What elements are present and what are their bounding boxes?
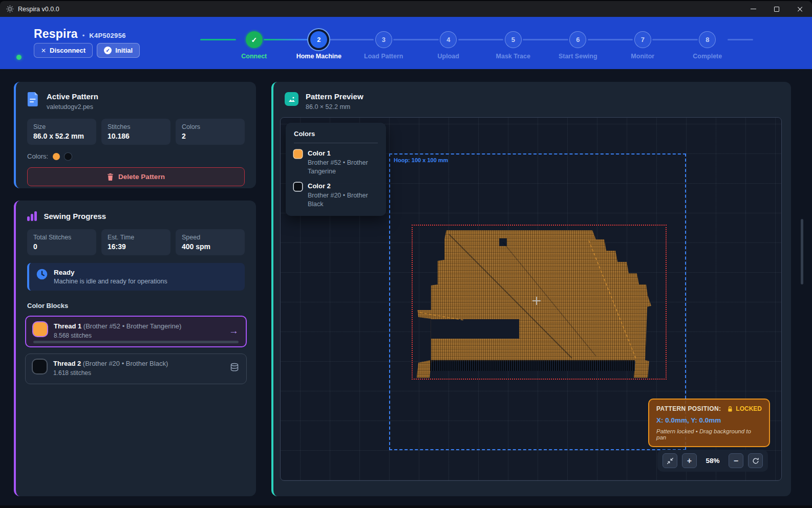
title-bar: Respira v0.0.0 <box>0 1 812 17</box>
step-4-circle: 4 <box>440 31 457 48</box>
thread-1-progress-bar <box>33 341 239 343</box>
stat-speed: Speed 400 spm <box>176 229 245 255</box>
preview-dimensions: 86.0 × 52.2 mm <box>306 103 364 111</box>
sewing-progress-title: Sewing Progress <box>44 212 106 220</box>
initial-button[interactable]: ✓ Initial <box>97 43 140 58</box>
fit-to-screen-button[interactable] <box>663 453 677 468</box>
pattern-position-overlay: PATTERN POSITION: LOCKED X: 0.0mm, Y: 0.… <box>648 399 770 447</box>
zoom-in-button[interactable]: + <box>682 453 697 468</box>
stack-icon <box>230 363 239 374</box>
refresh-icon <box>752 457 759 465</box>
step-load-pattern[interactable]: 3 Load Pattern <box>351 31 416 60</box>
minimize-button[interactable] <box>741 1 765 17</box>
preview-canvas[interactable]: Hoop: 100 x 100 mm Colors Color 1 <box>280 117 782 481</box>
stat-total-stitches: Total Stitches 0 <box>27 229 96 255</box>
step-monitor[interactable]: 7 Monitor <box>610 31 675 60</box>
zoom-level: 58% <box>701 457 724 465</box>
workflow-stepper: ✓ Connect 2 Home Machine 3 Load Pattern … <box>222 31 740 60</box>
clock-icon <box>36 269 48 280</box>
status-title: Ready <box>54 269 167 276</box>
close-button[interactable] <box>788 1 812 17</box>
thread-2-detail: (Brother #20 • Brother Black) <box>83 360 168 367</box>
step-1-check-icon: ✓ <box>246 31 263 48</box>
window-scrollbar[interactable] <box>801 219 803 284</box>
disconnect-button[interactable]: ✕ Disconnect <box>34 43 93 58</box>
image-icon <box>285 92 298 106</box>
pattern-notch-small <box>499 238 507 246</box>
arrow-right-icon: → <box>229 325 239 337</box>
step-upload[interactable]: 4 Upload <box>416 31 481 60</box>
app-icon <box>6 5 14 13</box>
minimize-icon <box>751 9 756 10</box>
window-title: Respira v0.0.0 <box>18 6 59 13</box>
black-thread-stitches <box>430 360 635 371</box>
brand-separator: • <box>82 32 85 39</box>
position-coordinates: X: 0.0mm, Y: 0.0mm <box>656 416 762 424</box>
step-3-label: Load Pattern <box>364 53 403 60</box>
step-7-label: Monitor <box>631 53 654 60</box>
step-connect[interactable]: ✓ Connect <box>222 31 287 60</box>
pattern-preview-card: Pattern Preview 86.0 × 52.2 mm Hoop: 100… <box>271 82 791 496</box>
thread-1-detail: (Brother #52 • Brother Tangerine) <box>83 322 181 330</box>
pattern-filename: valetudogv2.pes <box>47 103 98 111</box>
fit-icon <box>667 457 674 465</box>
step-2-label: Home Machine <box>296 53 341 60</box>
stat-est-time: Est. Time 16:39 <box>101 229 170 255</box>
step-complete[interactable]: 8 Complete <box>675 31 740 60</box>
canvas-center-cross <box>532 297 541 305</box>
thread-1-name: Thread 1 <box>54 322 81 330</box>
thread-2-stitches: 1.618 stitches <box>53 369 168 377</box>
active-pattern-card: Active Pattern valetudogv2.pes Size 86.0… <box>14 82 256 188</box>
main-content: Active Pattern valetudogv2.pes Size 86.0… <box>0 69 812 505</box>
color-dot-black <box>65 153 72 160</box>
stat-colors: Colors 2 <box>176 119 245 145</box>
legend-title: Colors <box>294 130 378 143</box>
step-home-machine[interactable]: 2 Home Machine <box>287 31 352 60</box>
step-3-circle: 3 <box>375 31 392 48</box>
legend-entry-2: Color 2 Brother #20 • Brother Black <box>294 182 378 209</box>
trash-icon <box>107 173 114 181</box>
initial-check-icon: ✓ <box>104 47 112 54</box>
active-pattern-title: Active Pattern <box>47 92 98 101</box>
maximize-button[interactable] <box>765 1 788 17</box>
step-1-label: Connect <box>241 53 267 60</box>
disconnect-x-icon: ✕ <box>41 47 46 54</box>
step-5-label: Mask Trace <box>496 53 530 60</box>
color-dot-orange <box>53 153 60 160</box>
delete-pattern-button[interactable]: Delete Pattern <box>27 167 245 186</box>
pattern-notch <box>431 319 519 339</box>
close-icon <box>797 6 803 12</box>
stat-stitches: Stitches 10.186 <box>101 119 170 145</box>
step-8-circle: 8 <box>699 31 716 48</box>
step-5-circle: 5 <box>505 31 522 48</box>
position-hint: Pattern locked • Drag background to pan <box>656 428 762 440</box>
color-blocks-label: Color Blocks <box>16 291 256 310</box>
app-header: Respira • K4P502956 ✕ Disconnect ✓ Initi… <box>0 17 812 69</box>
step-8-label: Complete <box>693 53 722 60</box>
thread-row-1[interactable]: Thread 1 (Brother #52 • Brother Tangerin… <box>25 316 247 347</box>
zoom-out-button[interactable]: − <box>729 453 743 468</box>
thread-row-2[interactable]: Thread 2 (Brother #20 • Brother Black) 1… <box>25 354 247 384</box>
sewing-progress-card: Sewing Progress Total Stitches 0 Est. Ti… <box>14 201 256 496</box>
legend-swatch-1 <box>294 150 302 158</box>
step-mask-trace[interactable]: 5 Mask Trace <box>481 31 546 60</box>
preview-title: Pattern Preview <box>306 92 364 101</box>
reset-view-button[interactable] <box>748 453 763 468</box>
locked-badge: LOCKED <box>736 405 762 412</box>
step-2-circle: 2 <box>310 31 327 48</box>
step-4-label: Upload <box>438 53 459 60</box>
colors-legend: Colors Color 1 Brother #52 • Brother Tan… <box>286 123 386 216</box>
brand-title: Respira <box>34 27 78 41</box>
step-6-circle: 6 <box>569 31 586 48</box>
thread-2-name: Thread 2 <box>53 360 81 367</box>
legend-entry-1: Color 1 Brother #52 • Brother Tangerine <box>294 149 378 176</box>
hoop-label: Hoop: 100 x 100 mm <box>394 157 448 163</box>
legend-swatch-2 <box>294 183 302 191</box>
position-label: PATTERN POSITION: <box>656 405 721 412</box>
machine-status-banner: Ready Machine is idle and ready for oper… <box>27 263 245 291</box>
thread-1-swatch <box>33 322 47 336</box>
step-start-sewing[interactable]: 6 Start Sewing <box>546 31 611 60</box>
thread-1-stitches: 8.568 stitches <box>54 332 181 339</box>
disconnect-label: Disconnect <box>50 47 86 54</box>
step-7-circle: 7 <box>634 31 651 48</box>
